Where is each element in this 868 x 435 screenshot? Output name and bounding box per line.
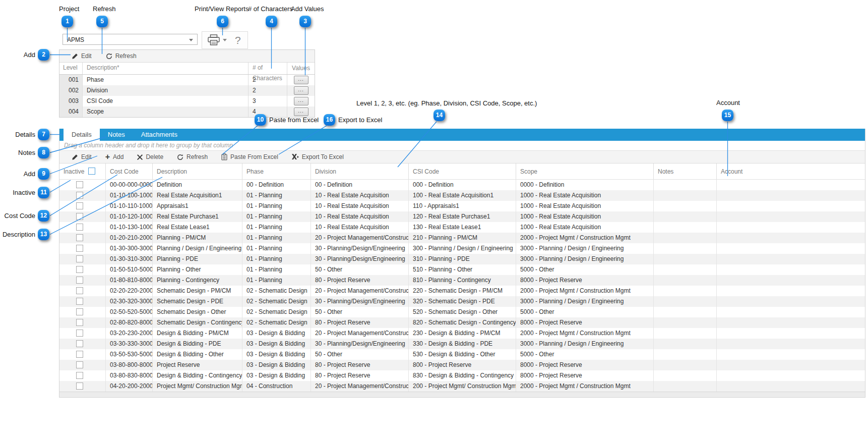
printer-icon[interactable] [207,34,220,46]
inactive-checkbox[interactable] [76,277,83,284]
add-button[interactable]: + Add [105,153,124,160]
table-row[interactable]: 01-10-100-1000Real Estate Acquisition101… [59,190,865,201]
values-ellipsis-button[interactable]: ... [294,86,308,95]
values-ellipsis-button[interactable]: ... [294,107,308,116]
project-dropdown[interactable]: APMS [63,34,198,45]
inactive-checkbox[interactable] [76,266,83,273]
level-grid-row[interactable]: 003 CSI Code 3 ... [59,96,315,106]
table-row[interactable]: 01-10-130-1000Real Estate Lease101 - Pla… [59,222,865,233]
tab-attachments[interactable]: Attachments [133,129,185,141]
table-row[interactable]: 02-20-220-2000Schematic Design - PM/CM02… [59,286,865,296]
table-row[interactable]: 01-10-120-1000Real Estate Purchase101 - … [59,211,865,222]
table-row[interactable]: 01-80-810-8000Planning - Contingency01 -… [59,275,865,286]
cell-notes [654,328,717,339]
cell-notes [654,349,717,360]
inactive-checkbox[interactable] [76,361,83,368]
scope-col-header[interactable]: Scope [516,164,654,179]
cell-scope: 8000 - Project Reserve [516,275,654,286]
inactive-checkbox[interactable] [76,234,83,241]
inactive-checkbox[interactable] [76,213,83,220]
callout-badge-1: 1 [61,16,73,27]
table-row[interactable]: 03-80-800-8000Project Reserve03 - Design… [59,360,865,370]
inactive-checkbox[interactable] [76,181,83,188]
cell-division: 30 - Planning/Design/Engineering [311,243,409,254]
inactive-checkbox[interactable] [76,351,83,358]
table-row[interactable]: 03-80-830-8000Design & Bidding - Conting… [59,370,865,381]
table-row[interactable]: 03-50-530-5000Design & Bidding - Other03… [59,349,865,360]
cell-account [717,381,865,392]
cell-inactive [59,370,106,381]
edit-label: Edit [81,153,92,160]
inactive-checkbox[interactable] [76,255,83,262]
table-row[interactable]: 01-20-210-2000Planning - PM/CM01 - Plann… [59,233,865,243]
inactive-checkbox[interactable] [76,298,83,305]
inactive-checkbox[interactable] [76,192,83,199]
cell-notes [654,211,717,222]
values-ellipsis-button[interactable]: ... [294,97,308,105]
cell-account [717,222,865,233]
description-col-header[interactable]: Description* [83,63,249,74]
level-grid-row[interactable]: 002 Division 2 ... [59,85,315,96]
inactive-checkbox[interactable] [76,287,83,294]
description-col-header[interactable]: Description [153,164,242,179]
table-row[interactable]: 03-20-230-2000Design & Bidding - PM/CM03… [59,328,865,339]
help-icon[interactable]: ? [235,35,241,45]
level-cell: 002 [59,85,83,96]
cell-cost-code: 02-30-320-3000 [106,296,153,307]
inactive-checkbox[interactable] [76,372,83,379]
description-cell: Phase [83,75,249,85]
table-row[interactable]: 02-30-320-3000Schematic Design - PDE02 -… [59,296,865,307]
inactive-col-header[interactable]: Inactive [59,164,106,179]
level-grid-row[interactable]: 001 Phase 2 ... [59,75,315,85]
values-col-header[interactable]: Values [287,63,315,74]
inactive-checkbox[interactable] [76,202,83,209]
table-row[interactable]: 01-30-310-3000Planning - PDE01 - Plannin… [59,254,865,264]
tab-details[interactable]: Details [64,129,100,141]
cell-csi-code: 000 - Definition [409,180,516,190]
table-row[interactable]: 02-50-520-5000Schematic Design - Other02… [59,307,865,317]
print-dropdown-caret-icon[interactable] [223,39,227,41]
table-row[interactable]: 01-10-110-1000Appraisals101 - Planning10… [59,201,865,211]
inactive-checkbox[interactable] [76,319,83,326]
phase-col-header[interactable]: Phase [242,164,311,179]
table-row[interactable]: 02-80-820-8000Schematic Design - Conting… [59,317,865,328]
callout-label-refresh: Refresh [93,5,116,13]
tab-notes[interactable]: Notes [100,129,133,141]
inactive-checkbox[interactable] [76,245,83,252]
inactive-checkbox[interactable] [76,383,83,390]
cell-cost-code: 01-10-110-1000 [106,201,153,211]
values-ellipsis-button[interactable]: ... [294,76,308,84]
select-all-checkbox[interactable] [88,168,95,175]
table-row[interactable]: 03-30-330-3000Design & Bidding - PDE03 -… [59,339,865,349]
notes-col-header[interactable]: Notes [654,164,717,179]
level-edit-button[interactable]: Edit [72,52,92,60]
edit-button[interactable]: Edit [72,153,92,160]
callout-badge-6: 6 [217,16,228,27]
table-row[interactable]: 01-30-300-3000Planning / Design / Engine… [59,243,865,254]
inactive-checkbox[interactable] [76,340,83,347]
division-col-header[interactable]: Division [311,164,409,179]
table-row[interactable]: 01-50-510-5000Planning - Other01 - Plann… [59,264,865,275]
level-grid-row[interactable]: 004 Scope 4 ... [59,106,315,117]
inactive-checkbox[interactable] [76,308,83,315]
refresh-button[interactable]: Refresh [177,153,208,160]
table-row[interactable]: 04-20-200-2000Project Mgmt/ Construction… [59,381,865,392]
table-row[interactable]: 00-00-000-0000Definition00 - Definition0… [59,180,865,190]
cell-csi-code: 120 - Real Estate Purchase1 [409,211,516,222]
level-refresh-button[interactable]: Refresh [106,52,137,60]
callout-label-add2: Add [0,170,35,178]
inactive-checkbox[interactable] [76,224,83,231]
callout-badge-11: 11 [38,187,49,198]
delete-button[interactable]: Delete [137,153,163,160]
cell-phase: 01 - Planning [242,201,311,211]
cost-code-col-header[interactable]: Cost Code [106,164,153,179]
inactive-checkbox[interactable] [76,330,83,337]
account-col-header[interactable]: Account [717,164,865,179]
chars-col-header[interactable]: # of Characters [249,63,287,74]
csi-code-col-header[interactable]: CSI Code [409,164,516,179]
level-col-header[interactable]: Level # [59,63,83,74]
clipboard-icon [221,153,227,160]
export-to-excel-button[interactable]: Export To Excel [292,153,344,160]
level-toolbar: Edit Refresh [59,50,315,63]
paste-from-excel-button[interactable]: Paste From Excel [221,153,278,160]
